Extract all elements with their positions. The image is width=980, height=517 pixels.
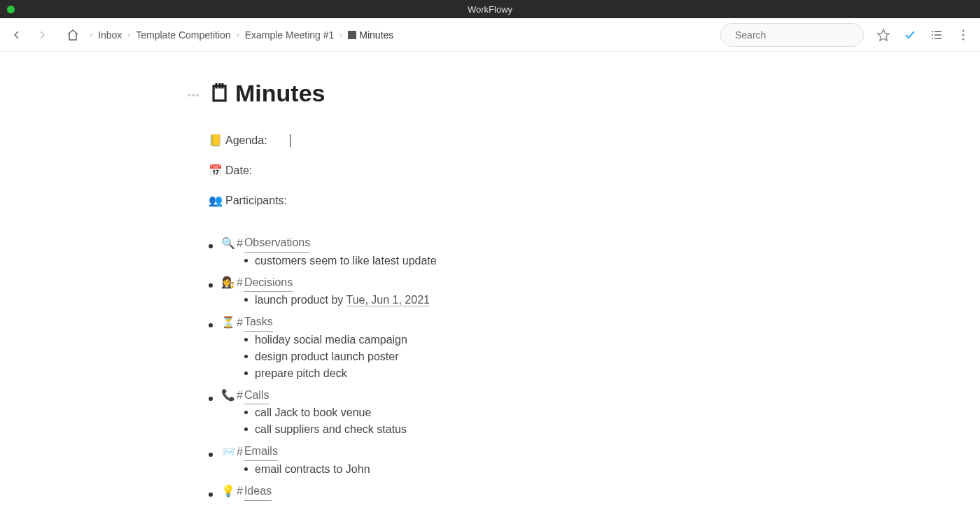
chevron-right-icon: › <box>237 30 239 40</box>
bullet-icon[interactable] <box>244 259 248 262</box>
tag-link[interactable]: Tasks <box>244 313 273 332</box>
chevron-right-icon: › <box>90 30 92 40</box>
list-item-text: email contracts to John <box>255 461 370 478</box>
section-emoji-icon: 🔍 <box>221 234 235 253</box>
tag-hash: # <box>237 386 243 404</box>
tag-link[interactable]: Emails <box>244 442 278 461</box>
svg-point-9 <box>962 38 965 40</box>
app-title: WorkFlowy <box>468 4 512 15</box>
home-button[interactable] <box>64 27 81 43</box>
list-view-button[interactable] <box>928 27 945 43</box>
bullet-icon[interactable] <box>244 427 248 431</box>
breadcrumb-template-competition[interactable]: Template Competition <box>136 29 230 41</box>
chevron-right-icon: › <box>340 30 342 40</box>
section-ideas: 💡 #Ideas <box>209 482 769 501</box>
check-icon <box>903 28 917 42</box>
participants-icon: 👥 <box>209 194 223 207</box>
search-box[interactable] <box>720 23 864 47</box>
nav-arrows <box>8 27 50 43</box>
tag-link[interactable]: Calls <box>244 386 270 405</box>
breadcrumb-example-meeting[interactable]: Example Meeting #1 <box>245 29 335 41</box>
section-header[interactable]: 📞 #Calls <box>209 386 769 405</box>
text-cursor <box>290 134 290 147</box>
page-title[interactable]: 🗒 Minutes <box>209 80 325 107</box>
list-item[interactable]: design product launch poster <box>244 348 769 365</box>
date-text[interactable]: Tue, Jun 1, 2021 <box>346 294 430 306</box>
bullet-icon[interactable] <box>209 283 213 288</box>
bullet-icon[interactable] <box>244 338 248 341</box>
svg-rect-5 <box>932 38 933 39</box>
bullet-icon[interactable] <box>209 493 213 497</box>
tag-link[interactable]: Decisions <box>244 274 293 292</box>
star-button[interactable] <box>875 27 892 43</box>
star-icon <box>876 28 890 42</box>
list-item-text: call suppliers and check status <box>255 421 407 438</box>
section-children: holiday social media campaigndesign prod… <box>225 332 769 382</box>
tag-link[interactable]: Ideas <box>244 482 272 501</box>
bullet-icon[interactable] <box>209 244 213 248</box>
section-header[interactable]: ⏳ #Tasks <box>209 313 769 332</box>
section-header[interactable]: 📨 #Emails <box>209 442 769 461</box>
list-item[interactable]: holiday social media campaign <box>244 332 769 348</box>
bullet-icon[interactable] <box>209 323 213 327</box>
breadcrumb-inbox[interactable]: Inbox <box>98 29 122 41</box>
section-tasks: ⏳ #Tasksholiday social media campaigndes… <box>209 313 769 382</box>
bullet-icon[interactable] <box>244 371 248 375</box>
chevron-left-icon <box>11 29 22 41</box>
search-input[interactable] <box>735 29 858 41</box>
participants-field[interactable]: 👥 Participants: <box>209 194 769 207</box>
list-item[interactable]: customers seem to like latest update <box>244 253 769 269</box>
notepad-icon: 🗒 <box>209 80 232 107</box>
breadcrumb-minutes[interactable]: Minutes <box>348 29 393 41</box>
document: ••• 🗒 Minutes 📒 Agenda: 📅 Date: 👥 Partic… <box>209 80 769 504</box>
section-children: launch product by Tue, Jun 1, 2021 <box>225 292 769 309</box>
section-observations: 🔍 #Observationscustomers seem to like la… <box>209 234 769 269</box>
date-field[interactable]: 📅 Date: <box>209 164 769 177</box>
window-maximize[interactable] <box>7 6 15 13</box>
bullet-icon[interactable] <box>209 397 213 401</box>
calendar-icon: 📅 <box>209 164 223 177</box>
svg-point-7 <box>962 29 965 31</box>
participants-label: Participants: <box>225 194 287 207</box>
svg-point-8 <box>962 34 965 36</box>
bullet-icon[interactable] <box>244 411 248 414</box>
drag-handle[interactable]: ••• <box>188 90 200 101</box>
bullet-icon[interactable] <box>244 355 248 358</box>
list-item-text: launch product by Tue, Jun 1, 2021 <box>255 292 430 309</box>
window-titlebar: WorkFlowy <box>0 0 980 18</box>
svg-rect-6 <box>934 38 941 39</box>
svg-rect-4 <box>934 34 941 36</box>
section-calls: 📞 #Callscall Jack to book venuecall supp… <box>209 386 769 439</box>
list-item[interactable]: prepare pitch deck <box>244 365 769 382</box>
content-area: ••• 🗒 Minutes 📒 Agenda: 📅 Date: 👥 Partic… <box>0 52 980 504</box>
section-header[interactable]: 👩‍⚖️ #Decisions <box>209 274 769 292</box>
section-emoji-icon: 💡 <box>221 482 235 500</box>
section-emoji-icon: 📨 <box>221 443 235 461</box>
section-emoji-icon: 👩‍⚖️ <box>221 274 235 292</box>
page-title-text: Minutes <box>235 80 325 107</box>
list-item[interactable]: call Jack to book venue <box>244 404 769 421</box>
bullet-icon[interactable] <box>244 467 248 471</box>
title-row[interactable]: ••• 🗒 Minutes <box>209 80 769 107</box>
svg-rect-2 <box>934 31 941 32</box>
bullet-icon[interactable] <box>244 298 248 302</box>
more-button[interactable] <box>955 27 972 43</box>
agenda-field[interactable]: 📒 Agenda: <box>209 134 769 147</box>
list-item-text: design product launch poster <box>255 348 398 365</box>
forward-button[interactable] <box>34 27 50 43</box>
section-header[interactable]: 🔍 #Observations <box>209 234 769 253</box>
section-emails: 📨 #Emailsemail contracts to John <box>209 442 769 478</box>
tag-link[interactable]: Observations <box>244 234 310 253</box>
breadcrumb-current-label: Minutes <box>359 29 393 41</box>
section-header[interactable]: 💡 #Ideas <box>209 482 769 501</box>
complete-button[interactable] <box>902 27 918 43</box>
list-item[interactable]: launch product by Tue, Jun 1, 2021 <box>244 292 769 309</box>
list-item[interactable]: call suppliers and check status <box>244 421 769 438</box>
list-item[interactable]: email contracts to John <box>244 461 769 478</box>
back-button[interactable] <box>8 27 25 43</box>
toolbar: › Inbox › Template Competition › Example… <box>0 18 980 52</box>
tag-hash: # <box>237 482 243 500</box>
bullet-icon[interactable] <box>209 453 213 457</box>
list-item-text: holiday social media campaign <box>255 332 407 348</box>
section-children: call Jack to book venuecall suppliers an… <box>225 404 769 438</box>
